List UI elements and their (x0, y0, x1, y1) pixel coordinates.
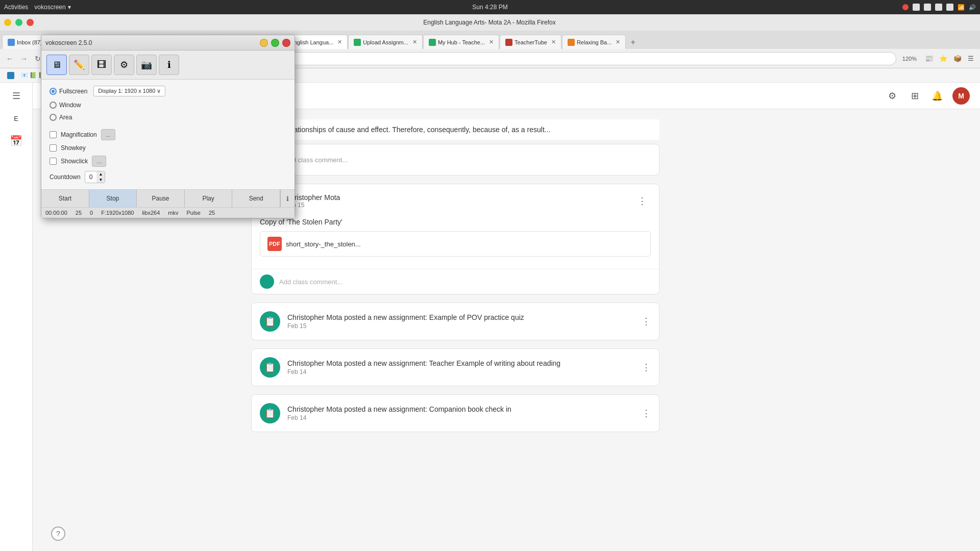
window-option[interactable]: Window (50, 102, 81, 109)
notifications-icon[interactable]: 🔔 (930, 89, 944, 103)
sidebar-menu-icon[interactable]: ☰ (9, 89, 23, 103)
grid-icon[interactable]: ⊞ (908, 89, 922, 103)
assignment-card-2[interactable]: 📋 Christopher Mota posted a new assignme… (251, 348, 659, 386)
assignment-date: Feb 14 (287, 368, 634, 375)
send-button[interactable]: Send (232, 190, 280, 207)
tab-myhub[interactable]: My Hub - Teache... ✕ (423, 35, 499, 49)
vokoscreen-title: vokoscreen 2.5.0 (45, 39, 92, 46)
bookmark-item[interactable] (4, 71, 19, 80)
showclick-checkbox[interactable] (50, 158, 57, 165)
post-comment-input[interactable]: Add class comment... (279, 278, 342, 286)
assignment-card-1[interactable]: 📋 Christopher Mota posted a new assignme… (251, 303, 659, 340)
fullscreen-option[interactable]: Fullscreen (50, 88, 87, 95)
tab-upload[interactable]: Upload Assignm... ✕ (348, 35, 423, 49)
countdown-up-button[interactable]: ▲ (96, 171, 105, 177)
window-radio[interactable] (50, 102, 57, 109)
countdown-down-button[interactable]: ▼ (96, 177, 105, 183)
post-attachment[interactable]: PDF short_story-_the_stolen... (260, 231, 651, 257)
assignment-more-button[interactable]: ⋮ (642, 408, 651, 419)
tab-close-icon[interactable]: ✕ (412, 39, 417, 45)
voko-camera-button[interactable]: 📷 (136, 55, 157, 75)
voko-screen-button[interactable]: 🖥 (46, 55, 67, 75)
bookmark-button[interactable]: ⭐ (937, 54, 949, 63)
area-option[interactable]: Area (50, 114, 72, 121)
status-time: 00:00:00 (45, 210, 67, 216)
sidebar-calendar-icon[interactable]: 📅 (9, 134, 23, 148)
taskbar-clock: Sun 4:28 PM (472, 4, 507, 11)
voko-minimize-button[interactable] (260, 39, 268, 47)
post-author-name: Christopher Mota (285, 193, 627, 202)
reader-view-button[interactable]: 📰 (923, 54, 935, 63)
display-dropdown[interactable]: Display 1: 980 x 551 ∨ (93, 86, 165, 96)
voko-close-button[interactable] (282, 39, 290, 47)
stop-button[interactable]: Stop (89, 190, 137, 207)
assignment-more-button[interactable]: ⋮ (642, 362, 651, 373)
tab-teachertube[interactable]: TeacherTube ✕ (500, 35, 561, 49)
voko-film-button[interactable]: 🎞 (91, 55, 112, 75)
play-button[interactable]: Play (185, 190, 233, 207)
showclick-label: Showclick (61, 158, 88, 165)
voko-window-controls (260, 39, 290, 47)
tab-relaxing[interactable]: Relaxing Ba... ✕ (562, 35, 626, 49)
pause-button[interactable]: Pause (137, 190, 185, 207)
start-button[interactable]: Start (41, 190, 89, 207)
help-icon[interactable]: ? (51, 527, 65, 541)
forward-button[interactable]: → (18, 53, 30, 65)
post-more-button[interactable]: ⋮ (633, 193, 651, 209)
tab-close-icon[interactable]: ✕ (337, 39, 342, 45)
showkey-label: Showkey (61, 144, 86, 152)
settings-icon[interactable]: ⚙ (885, 89, 899, 103)
voko-help-button[interactable]: ℹ (280, 190, 295, 207)
menu-button[interactable]: ☰ (966, 54, 976, 63)
fullscreen-radio[interactable] (50, 88, 57, 95)
tab-favicon (429, 39, 436, 46)
countdown-spinner[interactable]: 0 ▲ ▼ (85, 171, 106, 183)
app-indicator[interactable]: vokoscreen ▾ (34, 4, 70, 11)
back-button[interactable]: ← (4, 53, 15, 65)
zoom-level: 120% (899, 56, 920, 62)
sidebar-home-icon[interactable]: E (9, 111, 23, 126)
commenter-avatar (260, 274, 274, 289)
showkey-checkbox[interactable] (50, 144, 57, 152)
tab-label: Upload Assignm... (363, 39, 408, 45)
status-unknown: 0 (90, 210, 93, 216)
post-text: Copy of 'The Stolen Party' (260, 218, 651, 226)
vokoscreen-status-bar: 00:00:00 25 0 F:980x551 libx264 mkv Pu… (41, 207, 295, 218)
post-body: Copy of 'The Stolen Party' PDF short_sto… (252, 218, 659, 269)
voko-pencil-button[interactable]: ✏️ (69, 55, 89, 75)
voko-maximize-button[interactable] (271, 39, 279, 47)
minimize-button[interactable] (4, 19, 11, 26)
assignment-title: Christopher Mota posted a new assignment… (287, 359, 634, 367)
comment-input-field[interactable]: Add class comment... (284, 156, 651, 164)
tab-favicon (568, 39, 575, 46)
voko-info-icon[interactable]: ℹ (159, 55, 179, 75)
activities-button[interactable]: Activities (4, 4, 28, 11)
network-icon: 📶 (958, 4, 965, 11)
area-radio[interactable] (50, 114, 57, 121)
showclick-config-button[interactable]: ... (92, 156, 106, 167)
post-card-1: CM Christopher Mota Feb 15 ⋮ Copy of 'Th… (251, 184, 659, 294)
close-button[interactable] (27, 19, 34, 26)
tab-close-icon[interactable]: ✕ (616, 39, 620, 45)
page-sidebar: ☰ E 📅 (0, 83, 33, 551)
assignment-date: Feb 15 (287, 322, 634, 330)
maximize-button[interactable] (15, 19, 22, 26)
post-header: CM Christopher Mota Feb 15 ⋮ (252, 184, 659, 218)
tab-close-icon[interactable]: ✕ (489, 39, 494, 45)
tray-icon-3 (935, 4, 942, 11)
user-avatar[interactable]: M (952, 87, 970, 105)
container-button[interactable]: 📦 (951, 54, 964, 63)
tab-favicon (8, 39, 15, 46)
tab-close-icon[interactable]: ✕ (551, 39, 556, 45)
tab-label: Inbox (87) (17, 39, 42, 45)
status-codec: libx264 (142, 210, 160, 216)
magnification-checkbox[interactable] (50, 131, 57, 138)
assignment-more-button[interactable]: ⋮ (642, 316, 651, 327)
new-tab-button[interactable]: + (628, 36, 637, 49)
magnification-config-button[interactable]: ... (101, 129, 115, 140)
assignment-title: Christopher Mota posted a new assignment… (287, 313, 634, 321)
voko-gear-button[interactable]: ⚙ (114, 55, 134, 75)
tab-label: Relaxing Ba... (577, 39, 611, 45)
browser-window-title: English Language Arts- Mota 2A - Mozilla… (34, 19, 945, 26)
assignment-card-3[interactable]: 📋 Christopher Mota posted a new assignme… (251, 394, 659, 432)
